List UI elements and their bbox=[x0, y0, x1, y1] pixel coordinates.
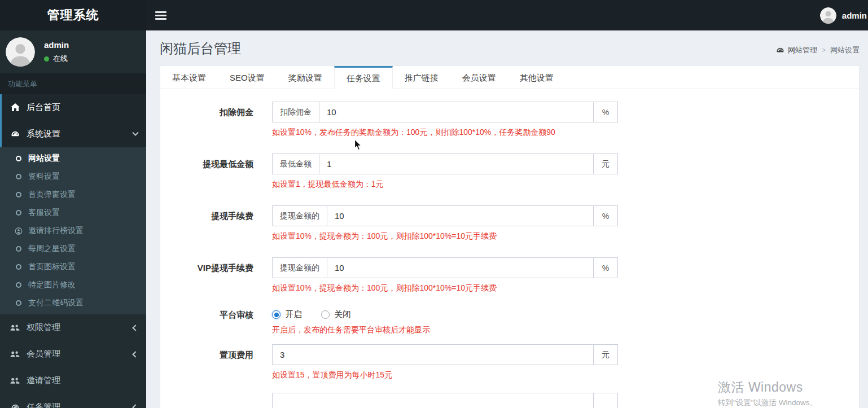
circle-icon bbox=[14, 263, 23, 271]
field-hint: 如设置15，置顶费用为每小时15元 bbox=[272, 370, 618, 380]
field-hint: 如设置10%，提现金额为：100元，则扣除100*10%=10元手续费 bbox=[272, 283, 618, 293]
min-withdraw-input-group: 最低金额1元 bbox=[272, 153, 618, 174]
form-row-top-fee: 置顶费用3元如设置15，置顶费用为每小时15元 bbox=[160, 344, 859, 380]
main-content: 闲猫后台管理 网站管理 > 网站设置 基本设置SEO设置奖励设置任务设置推广链接… bbox=[146, 30, 868, 408]
field-area: 提现金额的10%如设置10%，提现金额为：100元，则扣除100*10%=10元… bbox=[272, 257, 618, 293]
radio-label: 关闭 bbox=[334, 309, 351, 320]
commission-input-group: 扣除佣金10% bbox=[272, 102, 618, 122]
form-row-next-partial bbox=[160, 393, 859, 408]
sidebar-item-service-settings[interactable]: 客服设置 bbox=[0, 204, 146, 222]
tab-reward[interactable]: 奖励设置 bbox=[277, 66, 334, 89]
sidebar-item-specific-image-edit[interactable]: 特定图片修改 bbox=[0, 276, 146, 294]
sidebar: admin 在线 功能菜单 后台首页系统设置网站设置资料设置首页弹窗设置客服设置… bbox=[0, 30, 146, 408]
home-icon bbox=[10, 103, 20, 112]
logo[interactable]: 管理系统 bbox=[0, 0, 146, 30]
field-label: 扣除佣金 bbox=[160, 102, 272, 138]
online-status-label: 在线 bbox=[53, 54, 68, 64]
vip-withdraw-fee-input[interactable]: 10 bbox=[327, 258, 593, 278]
sidebar-item-home[interactable]: 后台首页 bbox=[0, 94, 146, 121]
sidebar-item-label: 客服设置 bbox=[28, 208, 60, 218]
input-addon-label: 提现金额的 bbox=[273, 258, 327, 278]
sidebar-item-task-mgmt[interactable]: 任务管理 bbox=[0, 394, 146, 408]
sidebar-item-home-popup-settings[interactable]: 首页弹窗设置 bbox=[0, 186, 146, 204]
logo-text: 管理系统 bbox=[47, 7, 99, 24]
tab-seo[interactable]: SEO设置 bbox=[218, 66, 277, 89]
unit-addon: 元 bbox=[593, 345, 617, 365]
top-fee-input[interactable]: 3 bbox=[273, 345, 593, 365]
withdraw-fee-input-group: 提现金额的10% bbox=[272, 205, 618, 226]
withdraw-fee-input[interactable]: 10 bbox=[327, 206, 593, 226]
sidebar-item-profile-settings[interactable]: 资料设置 bbox=[0, 168, 146, 186]
topbar-user-menu[interactable]: admin bbox=[820, 7, 868, 24]
tab-other[interactable]: 其他设置 bbox=[508, 66, 565, 89]
tab-promo-link[interactable]: 推广链接 bbox=[393, 66, 450, 89]
field-area: 开启关闭开启后，发布的任务需要平台审核后才能显示 bbox=[272, 309, 430, 335]
sidebar-item-pay-qrcode-settings[interactable]: 支付二维码设置 bbox=[0, 294, 146, 312]
sidebar-user-panel: admin 在线 bbox=[0, 30, 146, 73]
radio-icon bbox=[272, 310, 280, 319]
breadcrumb-current: 网站设置 bbox=[830, 45, 860, 55]
sidebar-item-label: 首页图标设置 bbox=[28, 262, 76, 272]
sidebar-item-invite-mgmt[interactable]: 邀请管理 bbox=[0, 367, 146, 394]
user-circle-icon bbox=[14, 227, 23, 235]
user-avatar-icon bbox=[820, 7, 836, 24]
online-status-icon bbox=[44, 56, 49, 62]
sidebar-group-system-settings: 系统设置网站设置资料设置首页弹窗设置客服设置邀请排行榜设置每周之星设置首页图标设… bbox=[0, 121, 146, 314]
platform-audit-radio-off[interactable]: 关闭 bbox=[321, 309, 351, 320]
field-label: 置顶费用 bbox=[160, 344, 272, 380]
vip-withdraw-fee-input-group: 提现金额的10% bbox=[272, 257, 618, 278]
sidebar-item-label: 任务管理 bbox=[27, 402, 133, 408]
tab-basic[interactable]: 基本设置 bbox=[160, 66, 218, 89]
tab-task[interactable]: 任务设置 bbox=[334, 66, 393, 89]
sidebar-item-member-mgmt[interactable]: 会员管理 bbox=[0, 341, 146, 367]
dashboard-icon bbox=[10, 403, 20, 408]
field-area: 最低金额1元如设置1，提现最低金额为：1元 bbox=[272, 153, 618, 190]
sidebar-item-label: 邀请管理 bbox=[27, 375, 138, 386]
settings-form: 扣除佣金扣除佣金10%如设置10%，发布任务的奖励金额为：100元，则扣除100… bbox=[160, 89, 859, 408]
sidebar-item-permission-mgmt[interactable]: 权限管理 bbox=[0, 314, 146, 341]
chevron-left-icon bbox=[132, 351, 138, 357]
sidebar-item-label: 权限管理 bbox=[27, 322, 133, 333]
commission-input[interactable]: 10 bbox=[319, 102, 593, 122]
sidebar-item-system-settings[interactable]: 系统设置 bbox=[0, 121, 146, 147]
sidebar-item-site-settings[interactable]: 网站设置 bbox=[0, 150, 146, 168]
tab-member[interactable]: 会员设置 bbox=[450, 66, 508, 89]
sidebar-avatar-icon bbox=[6, 37, 35, 67]
field-label: 提现最低金额 bbox=[160, 153, 272, 190]
sidebar-item-weekly-star-settings[interactable]: 每周之星设置 bbox=[0, 240, 146, 258]
form-row-min-withdraw: 提现最低金额最低金额1元如设置1，提现最低金额为：1元 bbox=[160, 153, 859, 190]
sidebar-group-permission-mgmt: 权限管理 bbox=[0, 314, 146, 341]
page-title: 闲猫后台管理 bbox=[160, 40, 241, 58]
chevron-left-icon bbox=[132, 324, 138, 331]
sidebar-group-task-mgmt: 任务管理 bbox=[0, 394, 146, 408]
sidebar-item-home-icon-settings[interactable]: 首页图标设置 bbox=[0, 258, 146, 276]
sidebar-item-invite-rank-settings[interactable]: 邀请排行榜设置 bbox=[0, 222, 146, 240]
sidebar-user-status: 在线 bbox=[44, 54, 69, 64]
platform-audit-radio-on[interactable]: 开启 bbox=[272, 309, 302, 320]
unit-addon: % bbox=[593, 102, 617, 122]
sidebar-item-label: 支付二维码设置 bbox=[28, 298, 84, 308]
field-hint: 如设置1，提现最低金额为：1元 bbox=[272, 179, 618, 190]
input-addon-label: 扣除佣金 bbox=[273, 102, 319, 122]
sidebar-item-label: 会员管理 bbox=[27, 349, 133, 359]
field-hint: 开启后，发布的任务需要平台审核后才能显示 bbox=[272, 325, 430, 335]
submenu-system-settings: 网站设置资料设置首页弹窗设置客服设置邀请排行榜设置每周之星设置首页图标设置特定图… bbox=[0, 147, 146, 314]
hamburger-menu-icon[interactable] bbox=[155, 11, 166, 20]
form-row-withdraw-fee: 提现手续费提现金额的10%如设置10%，提现金额为：100元，则扣除100*10… bbox=[160, 205, 859, 242]
circle-icon bbox=[14, 155, 23, 163]
unit-addon: 元 bbox=[593, 154, 617, 174]
field-label: 提现手续费 bbox=[160, 205, 272, 242]
input-addon-label: 最低金额 bbox=[273, 154, 319, 174]
next-partial-input[interactable] bbox=[273, 393, 593, 408]
circle-icon bbox=[14, 281, 23, 289]
sidebar-username: admin bbox=[44, 40, 69, 50]
circle-icon bbox=[14, 173, 23, 181]
admin-app: 管理系统 admin admin 在线 功能菜单 后台首页系统设置网站设置资料 bbox=[0, 0, 868, 408]
min-withdraw-input[interactable]: 1 bbox=[319, 154, 593, 174]
breadcrumb-root[interactable]: 网站管理 bbox=[788, 45, 817, 55]
top-fee-input-group: 3元 bbox=[272, 344, 618, 365]
dashboard-icon bbox=[10, 130, 20, 139]
platform-audit-radio-group: 开启关闭 bbox=[272, 309, 430, 320]
breadcrumb: 网站管理 > 网站设置 bbox=[776, 45, 860, 55]
field-label: VIP提现手续费 bbox=[160, 257, 272, 293]
